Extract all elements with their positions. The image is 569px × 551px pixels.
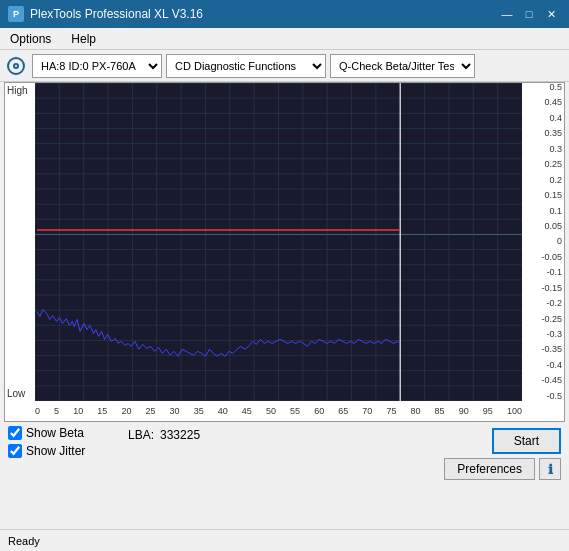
title-bar: P PlexTools Professional XL V3.16 — □ ✕	[0, 0, 569, 28]
right-axis: 0.5 0.45 0.4 0.35 0.3 0.25 0.2 0.15 0.1 …	[522, 83, 564, 401]
maximize-button[interactable]: □	[519, 5, 539, 23]
preferences-button[interactable]: Preferences	[444, 458, 535, 480]
window-title: PlexTools Professional XL V3.16	[30, 7, 203, 21]
test-select[interactable]: Q-Check Beta/Jitter Test	[330, 54, 475, 78]
menu-help[interactable]: Help	[65, 30, 102, 48]
show-jitter-label: Show Jitter	[26, 444, 85, 458]
app-icon: P	[8, 6, 24, 22]
function-select[interactable]: CD Diagnostic Functions	[166, 54, 326, 78]
chart-container: High Low 0.5 0.45 0.4 0.35 0.3 0.25 0.2 …	[4, 82, 565, 422]
chart-label-high: High	[7, 85, 28, 96]
info-button[interactable]: ℹ	[539, 458, 561, 480]
menu-options[interactable]: Options	[4, 30, 57, 48]
start-button[interactable]: Start	[492, 428, 561, 454]
title-bar-buttons: — □ ✕	[497, 5, 561, 23]
show-beta-label: Show Beta	[26, 426, 84, 440]
bottom-axis: 0 5 10 15 20 25 30 35 40 45 50 55 60 65 …	[35, 401, 522, 421]
chart-svg	[35, 83, 522, 401]
lba-label: LBA:	[128, 428, 154, 442]
show-beta-checkbox[interactable]	[8, 426, 22, 440]
svg-point-2	[15, 65, 17, 67]
checkboxes-group: Show Beta Show Jitter	[8, 426, 128, 458]
show-jitter-checkbox[interactable]	[8, 444, 22, 458]
close-button[interactable]: ✕	[541, 5, 561, 23]
chart-label-low: Low	[7, 388, 25, 399]
show-jitter-checkbox-label[interactable]: Show Jitter	[8, 444, 128, 458]
prefs-row: Preferences ℹ	[444, 458, 561, 480]
bottom-panel: Show Beta Show Jitter LBA: 333225 Start …	[0, 422, 569, 482]
toolbar: HA:8 ID:0 PX-760A CD Diagnostic Function…	[0, 50, 569, 82]
lba-value: 333225	[160, 428, 200, 442]
drive-status-icon	[4, 54, 28, 78]
buttons-section: Start Preferences ℹ	[444, 426, 561, 480]
status-bar: Ready	[0, 529, 569, 551]
menu-bar: Options Help	[0, 28, 569, 50]
drive-select[interactable]: HA:8 ID:0 PX-760A	[32, 54, 162, 78]
minimize-button[interactable]: —	[497, 5, 517, 23]
status-text: Ready	[8, 535, 40, 547]
show-beta-checkbox-label[interactable]: Show Beta	[8, 426, 128, 440]
chart-plot-area	[35, 83, 522, 401]
lba-section: LBA: 333225	[128, 426, 444, 442]
